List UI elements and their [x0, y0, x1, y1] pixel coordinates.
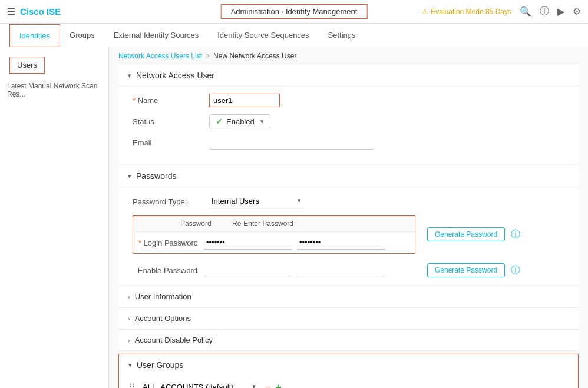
section-chevron-user: ▾ [128, 72, 131, 79]
help-icon[interactable]: ⓘ [540, 5, 549, 18]
section-network-access-user-header[interactable]: ▾ Network Access User [118, 65, 579, 87]
status-row: Status ✔ Enabled ▾ [133, 114, 564, 128]
sidebar: Users Latest Manual Network Scan Res... [0, 47, 109, 388]
breadcrumb-current: New Network Access User [213, 52, 296, 60]
tab-settings[interactable]: Settings [319, 24, 365, 47]
tab-sequences[interactable]: Identity Source Sequences [208, 24, 318, 47]
section-user-info[interactable]: › User Information [118, 286, 579, 307]
email-label: Email [133, 138, 209, 147]
section-account-disable[interactable]: › Account Disable Policy [118, 330, 579, 351]
group-row: ⠿ ALL_ACCOUNTS (default) Employee Guest … [128, 380, 569, 388]
warning-icon: ⚠ [422, 8, 428, 16]
login-pw-reenter-input[interactable] [297, 236, 385, 250]
generate-pw-button[interactable]: Generate Password [427, 227, 505, 241]
user-groups-body: ⠿ ALL_ACCOUNTS (default) Employee Guest … [119, 376, 578, 388]
page-title: Administration · Identity Management [221, 4, 368, 19]
status-label: Status [133, 117, 209, 126]
tab-identities[interactable]: Identities [9, 24, 60, 47]
user-info-chevron-icon: › [128, 293, 130, 300]
settings-icon[interactable]: ⚙ [573, 6, 581, 17]
section-user-body: Name Status ✔ Enabled ▾ Email [118, 87, 579, 164]
name-label: Name [133, 96, 209, 105]
group-add-icon[interactable]: + [275, 382, 282, 389]
account-options-chevron-icon: › [128, 315, 130, 322]
section-title-pw: Passwords [136, 171, 176, 181]
section-passwords: ▾ Passwords Password Type: Internal User… [118, 165, 579, 284]
user-groups-chevron-icon: ▾ [128, 362, 132, 369]
group-select-wrap: ALL_ACCOUNTS (default) Employee Guest [140, 380, 258, 388]
login-pw-input[interactable] [204, 236, 292, 250]
user-groups-title: User Groups [137, 360, 183, 370]
status-value: Enabled [226, 117, 255, 126]
status-check-icon: ✔ [216, 117, 223, 126]
pw-type-select[interactable]: Internal Users External Users [209, 194, 303, 208]
gen-enable-pw-info-icon[interactable]: ⓘ [511, 264, 520, 277]
section-network-access-user: ▾ Network Access User Name Status ✔ Enab… [118, 65, 579, 164]
section-chevron-pw: ▾ [128, 173, 131, 180]
hamburger-icon[interactable]: ☰ [7, 6, 15, 17]
sidebar-tab-users[interactable]: Users [9, 57, 45, 74]
user-info-title: User Information [135, 292, 191, 301]
breadcrumb-separator: > [206, 52, 210, 60]
pw-type-select-wrap: Internal Users External Users [209, 194, 303, 208]
password-table: Password Re-Enter Password Login Passwor… [133, 215, 415, 254]
section-account-options[interactable]: › Account Options [118, 308, 579, 329]
content-area: Network Access Users List > New Network … [109, 47, 588, 388]
section-title-user: Network Access User [136, 71, 214, 80]
name-input[interactable] [209, 94, 280, 107]
cisco-brand: Cisco ISE [20, 6, 61, 16]
account-disable-title: Account Disable Policy [135, 336, 213, 344]
search-icon[interactable]: 🔍 [520, 6, 531, 17]
pw-type-label: Password Type: [133, 197, 209, 206]
user-groups-header[interactable]: ▾ User Groups [119, 354, 578, 376]
pw-col-reenter-label: Re-Enter Password [216, 220, 310, 228]
status-dropdown[interactable]: ✔ Enabled ▾ [209, 114, 270, 128]
navbar-left: ☰ Cisco ISE [7, 6, 61, 17]
pw-table-header: Password Re-Enter Password [133, 216, 415, 232]
login-pw-label: Login Password [133, 238, 204, 247]
gen-pw-info-icon[interactable]: ⓘ [511, 228, 520, 241]
drag-handle-icon[interactable]: ⠿ [128, 382, 136, 389]
pw-type-row: Password Type: Internal Users External U… [133, 194, 564, 208]
name-row: Name [133, 94, 564, 107]
email-input[interactable] [209, 135, 374, 150]
main-tabs: Identities Groups External Identity Sour… [0, 24, 588, 47]
tab-groups[interactable]: Groups [60, 24, 104, 47]
login-pw-row: Login Password [133, 232, 415, 253]
group-remove-icon[interactable]: − [265, 382, 270, 388]
sidebar-item-latest[interactable]: Latest Manual Network Scan Res... [0, 78, 108, 102]
generate-enable-pw-button[interactable]: Generate Password [427, 263, 505, 277]
account-options-title: Account Options [135, 314, 191, 323]
breadcrumb-parent[interactable]: Network Access Users List [118, 52, 202, 60]
main-layout: Users Latest Manual Network Scan Res... … [0, 47, 588, 388]
enable-pw-reenter-input[interactable] [296, 263, 385, 277]
account-disable-chevron-icon: › [128, 337, 130, 344]
breadcrumb: Network Access Users List > New Network … [118, 47, 579, 65]
navbar-right: ⚠ Evaluation Mode 85 Days 🔍 ⓘ ▶ ⚙ [422, 5, 581, 18]
pw-col-password-label: Password [133, 220, 216, 228]
email-row: Email [133, 135, 564, 150]
enable-pw-input[interactable] [203, 263, 292, 277]
section-user-groups: ▾ User Groups ⠿ ALL_ACCOUNTS (default) E… [118, 354, 579, 388]
tab-external[interactable]: External Identity Sources [104, 24, 209, 47]
eval-warning: ⚠ Evaluation Mode 85 Days [422, 8, 511, 16]
enable-pw-label: Enable Password [133, 266, 203, 275]
section-passwords-header[interactable]: ▾ Passwords [118, 165, 579, 187]
notifications-icon[interactable]: ▶ [557, 6, 564, 17]
navbar: ☰ Cisco ISE Administration · Identity Ma… [0, 0, 588, 24]
status-chevron-icon: ▾ [260, 118, 264, 125]
group-select[interactable]: ALL_ACCOUNTS (default) Employee Guest [140, 380, 258, 388]
section-passwords-body: Password Type: Internal Users External U… [118, 187, 579, 284]
